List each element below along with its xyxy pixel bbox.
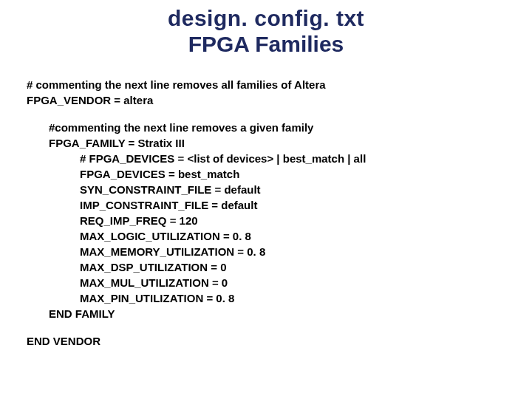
title-line-1: design. config. txt bbox=[0, 6, 532, 30]
param-syn-constraint: SYN_CONSTRAINT_FILE = default bbox=[27, 182, 505, 197]
family-comment: #commenting the next line removes a give… bbox=[27, 120, 505, 135]
param-req-imp-freq: REQ_IMP_FREQ = 120 bbox=[27, 213, 505, 228]
slide: design. config. txt FPGA Families # comm… bbox=[0, 0, 532, 399]
param-max-pin: MAX_PIN_UTILIZATION = 0. 8 bbox=[27, 290, 505, 306]
family-line: FPGA_FAMILY = Stratix III bbox=[27, 135, 505, 151]
param-max-mul: MAX_MUL_UTILIZATION = 0 bbox=[27, 275, 505, 290]
title-line-2: FPGA Families bbox=[0, 32, 532, 56]
param-devices: FPGA_DEVICES = best_match bbox=[27, 166, 505, 182]
param-max-dsp: MAX_DSP_UTILIZATION = 0 bbox=[27, 259, 505, 275]
end-vendor: END VENDOR bbox=[27, 333, 505, 349]
title-block: design. config. txt FPGA Families bbox=[0, 0, 532, 56]
config-text: # commenting the next line removes all f… bbox=[0, 56, 532, 349]
param-max-memory: MAX_MEMORY_UTILIZATION = 0. 8 bbox=[27, 244, 505, 259]
param-devices-comment: # FPGA_DEVICES = <list of devices> | bes… bbox=[27, 151, 505, 166]
vendor-comment: # commenting the next line removes all f… bbox=[27, 77, 505, 92]
vendor-line: FPGA_VENDOR = altera bbox=[27, 92, 505, 108]
end-family: END FAMILY bbox=[27, 306, 505, 321]
param-imp-constraint: IMP_CONSTRAINT_FILE = default bbox=[27, 197, 505, 213]
param-max-logic: MAX_LOGIC_UTILIZATION = 0. 8 bbox=[27, 228, 505, 244]
